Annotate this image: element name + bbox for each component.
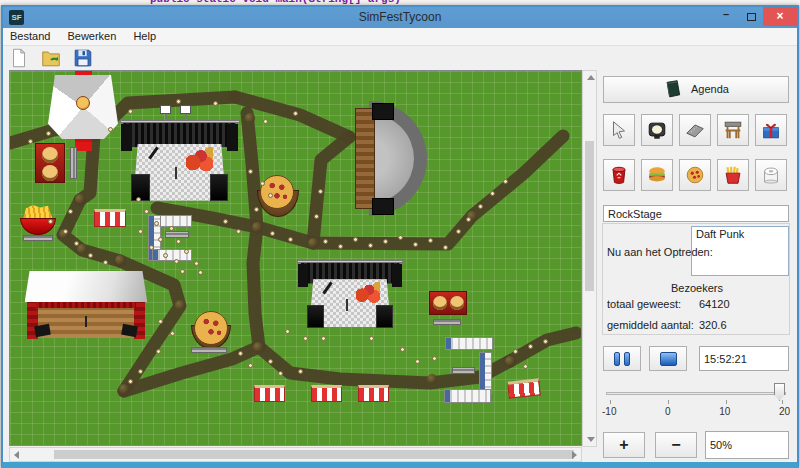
bench[interactable] [452,367,475,374]
visitor [223,219,228,224]
agenda-button[interactable]: Agenda [603,76,789,103]
zoom-in-button[interactable]: + [603,432,645,458]
visitor [149,245,154,250]
stage-speaker [376,305,393,328]
map-horizontal-scrollbar[interactable] [9,447,582,462]
visitor [238,351,243,356]
menu-help[interactable]: Help [126,28,163,44]
open-file-button[interactable] [39,46,63,70]
tool-cursor-button[interactable] [603,114,635,146]
map-vertical-scrollbar[interactable] [582,70,597,447]
zoom-level-field: 50% [705,431,789,459]
main-stage[interactable] [295,255,405,331]
tool-spotlight-button[interactable] [641,114,673,146]
horizontal-scroll-thumb[interactable] [54,450,574,459]
visitor [303,336,308,341]
cursor-icon [608,119,630,141]
bench[interactable] [191,347,227,353]
visitor [28,139,33,144]
visitor [260,181,265,186]
tool-road-button[interactable] [679,114,711,146]
bench[interactable] [433,319,461,325]
path-planter [175,300,185,310]
tool-trashcan-button[interactable] [603,159,635,191]
path-planter [119,384,129,394]
visitor [528,344,533,349]
visitors-total-label: totaal geweest: [607,298,681,310]
bench[interactable] [23,235,53,241]
tool-burger-button[interactable] [641,159,673,191]
pizza-stand[interactable] [190,311,232,351]
pizza-icon [684,164,706,186]
menu-bestand[interactable]: Bestand [3,28,57,44]
burger-stand[interactable] [429,291,467,315]
main-stage[interactable] [117,115,242,205]
burger-icon [646,164,668,186]
map-viewport[interactable] [9,70,582,446]
visitor [278,371,283,376]
scroll-down-icon[interactable] [587,437,595,442]
burger-stand[interactable] [35,143,65,183]
stop-button[interactable] [649,346,687,371]
tool-fries-button[interactable] [717,159,749,191]
market-stall[interactable] [311,385,342,402]
mic-stand [175,167,177,179]
vertical-scroll-thumb[interactable] [585,141,594,291]
menu-bewerken[interactable]: Bewerken [60,28,123,44]
tool-gift-button[interactable] [755,114,787,146]
app-window: SF SimFestTycoon – × Bestand Bewerken He… [1,5,799,468]
visitor [176,239,181,244]
spotlight-icon [646,119,668,141]
market-stall[interactable] [507,378,541,398]
amphitheater-speaker [372,103,394,120]
visitor [184,249,189,254]
stage-truss [297,260,403,263]
bench[interactable] [70,147,77,179]
tool-toilet-roll-button[interactable] [755,159,787,191]
new-file-button[interactable] [7,46,31,70]
maximize-button[interactable] [739,7,763,26]
pause-button[interactable] [603,346,641,371]
barn-stage[interactable] [27,271,145,339]
toilet-roll-icon [760,164,782,186]
visitor [321,336,326,341]
toilet-row[interactable] [479,352,492,394]
visitor [174,259,179,264]
visitor [198,270,203,275]
visitor [158,319,163,324]
titlebar[interactable]: SF SimFestTycoon – × [3,7,797,28]
tool-scaffold-button[interactable] [717,114,749,146]
burger [433,296,447,310]
toilet-row[interactable] [445,337,493,350]
map-world[interactable] [10,71,582,446]
market-stall[interactable] [254,385,285,402]
scroll-up-icon[interactable] [587,75,595,80]
visitor [323,239,328,244]
stage-name-input[interactable] [603,205,789,222]
scroll-right-icon[interactable] [572,451,577,459]
visitor [63,229,68,234]
visitor [254,207,259,212]
maximize-icon [747,13,756,21]
speed-slider-track[interactable] [606,392,786,395]
speed-slider-thumb[interactable] [774,383,785,401]
visitor [503,179,508,184]
bench[interactable] [165,231,189,238]
save-file-button[interactable] [71,46,95,70]
stage-curtain [123,123,236,147]
market-stall[interactable] [94,209,126,227]
visitor [268,193,273,198]
zoom-out-button[interactable]: − [655,432,697,458]
market-stall[interactable] [358,385,389,402]
visitor [108,127,113,132]
amphitheater-speaker [372,198,394,215]
visitor [128,109,133,114]
toilet-row[interactable] [444,389,491,403]
close-button[interactable]: × [763,7,797,26]
path-planter [77,244,87,254]
scroll-left-icon[interactable] [14,451,19,459]
tool-pizza-button[interactable] [679,159,711,191]
minimize-button[interactable]: – [713,7,739,26]
path-planter [75,194,85,204]
amphitheater-stage[interactable] [355,101,435,217]
